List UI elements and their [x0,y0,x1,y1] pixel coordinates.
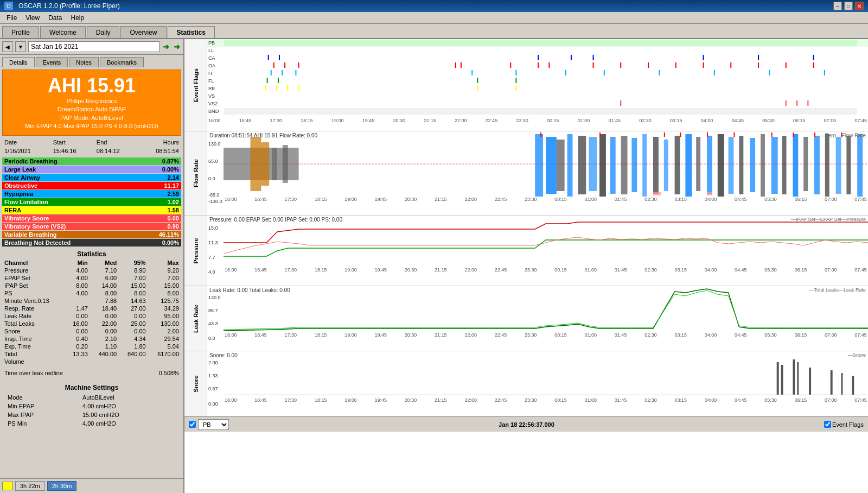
chart-leak-rate-content[interactable]: Leak Rate: 0.00 Total Leaks: 0.00 —Total… [207,286,868,351]
table-row: Resp. Rate1.4718.4027.0034.29 [2,305,181,312]
title-text: OSCAR 1.2.0 (Profile: Loree Piper) [18,2,120,10]
table-row: Tidal13.33440.00840.006170.00 [2,350,181,358]
svg-rect-111 [707,192,712,195]
sub-tab-notes[interactable]: Notes [69,57,99,67]
svg-rect-108 [814,132,815,137]
pb-checkbox[interactable] [189,421,196,428]
nav-forward-double[interactable]: ➜ [173,42,181,51]
tab-welcome[interactable]: Welcome [40,26,86,38]
nav-dropdown-button[interactable]: ▼ [15,41,26,52]
svg-text:H: H [208,71,212,76]
flow-y-130: 130.0 [208,141,221,147]
channel-table: Channel Min Med 95% Max Pressure4.007.10… [2,259,181,365]
sub-tab-events[interactable]: Events [36,57,68,67]
tab-profile[interactable]: Profile [2,26,39,38]
svg-rect-40 [471,70,473,75]
chart-snore-label: Snore [184,351,207,416]
menu-view[interactable]: View [21,13,44,23]
leak-rate-legend: —Total Leaks—Leak Rate [809,287,866,293]
menu-file[interactable]: File [2,13,21,23]
svg-rect-59 [786,100,787,106]
pb-dropdown[interactable]: PB [198,419,229,430]
chart-event-flags-row: Event Flags PB LL CA OA H FL RE VS VS2 [184,39,868,131]
leak-rate-title: Leak Rate: 0.00 Total Leaks: 0.00 [209,287,290,293]
chart-event-flags-label: Event Flags [184,39,207,131]
close-button[interactable]: ✕ [855,2,864,10]
maximize-button[interactable]: □ [844,2,853,10]
svg-rect-26 [758,62,759,68]
svg-rect-31 [538,55,539,60]
chart-event-flags-content[interactable]: PB LL CA OA H FL RE VS VS2 BND [207,39,868,131]
chart-flow-rate-content[interactable]: Duration 08:51:54 AHI 15.91 Flow Rate: 0… [207,131,868,215]
minimize-button[interactable]: – [833,2,842,10]
svg-rect-72 [567,134,573,197]
session-info-table: Date Start End Hours 1/16/2021 15:46:16 … [2,138,181,155]
table-row: PS4.008.008.008.00 [2,289,181,297]
svg-rect-60 [796,100,797,106]
table-row: Volume [2,358,181,365]
svg-rect-45 [714,70,715,75]
svg-rect-85 [707,136,712,194]
color-swatch[interactable] [2,482,13,490]
col-min: Min [65,259,90,267]
sub-tab-bookmarks[interactable]: Bookmarks [100,57,144,67]
event-flags-checkbox-label[interactable]: Event Flags [824,421,864,428]
duration-2h30m[interactable]: 2h 30m [47,481,77,491]
table-row: IPAP Set8.0014.0015.0015.00 [2,282,181,289]
condition-large-leak: Large Leak0.00% [2,166,181,173]
svg-rect-36 [813,55,814,60]
svg-rect-89 [750,138,755,192]
svg-rect-97 [836,137,841,194]
tab-statistics[interactable]: Statistics [168,26,215,38]
pressure-time-axis: 16:0016:4517:3018:1519:0019:4520:3021:15… [224,267,868,273]
tab-daily[interactable]: Daily [87,26,120,38]
menu-help[interactable]: Help [67,13,89,23]
duration-3h22m[interactable]: 3h 22m [15,481,45,491]
leak-redline: Time over leak redline 0.508% [2,368,181,378]
svg-rect-20 [593,62,594,68]
chart-pressure-content[interactable]: Pressure: 0.00 EPAP Set: 0.00 IPAP Set: … [207,216,868,286]
svg-rect-86 [718,134,724,197]
svg-rect-115 [797,362,799,395]
svg-rect-18 [538,62,539,68]
chart-snore-content[interactable]: Snore: 0.00 —Snore 2.00 1.33 0.67 0.00 [207,351,868,416]
svg-rect-51 [515,78,516,83]
svg-rect-75 [599,134,606,197]
sub-tab-details[interactable]: Details [2,57,35,67]
svg-rect-54 [287,85,288,91]
svg-rect-83 [685,134,692,197]
event-flags-checkbox[interactable] [824,421,831,428]
svg-rect-94 [803,137,808,191]
chart-leak-rate-row: Leak Rate Leak Rate: 0.00 Total Leaks: 0… [184,286,868,351]
hours-header: Hours [138,138,181,147]
svg-rect-44 [659,70,660,75]
condition-vib-snore: Vibratory Snore0.00 [2,214,181,222]
svg-rect-65 [251,137,261,191]
svg-text:RE: RE [208,86,215,91]
condition-not-detected: Breathing Not Detected0.00% [2,239,181,246]
svg-rect-41 [515,70,516,75]
svg-text:VS2: VS2 [208,101,218,106]
svg-rect-119 [852,376,854,395]
tab-overview[interactable]: Overview [120,26,166,38]
nav-date-field[interactable]: Sat Jan 16 2021 [28,41,159,52]
svg-rect-74 [589,137,597,191]
svg-rect-107 [793,132,794,137]
condition-variable: Variable Breathing46.11% [2,231,181,238]
flow-y-0: 0.0 [208,176,215,181]
nav-forward-green[interactable]: ➜ [162,42,170,51]
svg-rect-69 [535,134,543,197]
snore-y-000: 0.00 [208,401,218,407]
condition-vib-snore2: Vibratory Snore (VS2)0.90 [2,223,181,230]
table-row: Insp. Time0.402.104.3429.54 [2,335,181,343]
menu-data[interactable]: Data [44,13,66,23]
svg-rect-113 [781,365,783,395]
svg-text:FL: FL [208,78,214,84]
svg-rect-16 [461,62,462,68]
svg-rect-82 [675,136,680,194]
svg-rect-67 [272,148,277,180]
nav-back-button[interactable]: ◀ [2,41,13,52]
svg-rect-112 [777,362,779,395]
svg-rect-70 [546,137,557,194]
pres-y-4: 4.0 [208,269,215,275]
